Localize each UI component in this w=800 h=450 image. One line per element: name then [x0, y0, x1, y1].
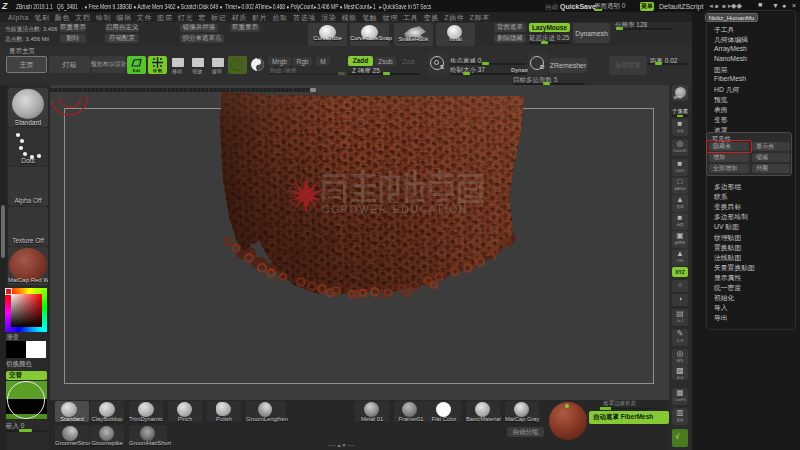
svg-text:CGPOWER EDUCATION: CGPOWER EDUCATION — [322, 204, 468, 215]
